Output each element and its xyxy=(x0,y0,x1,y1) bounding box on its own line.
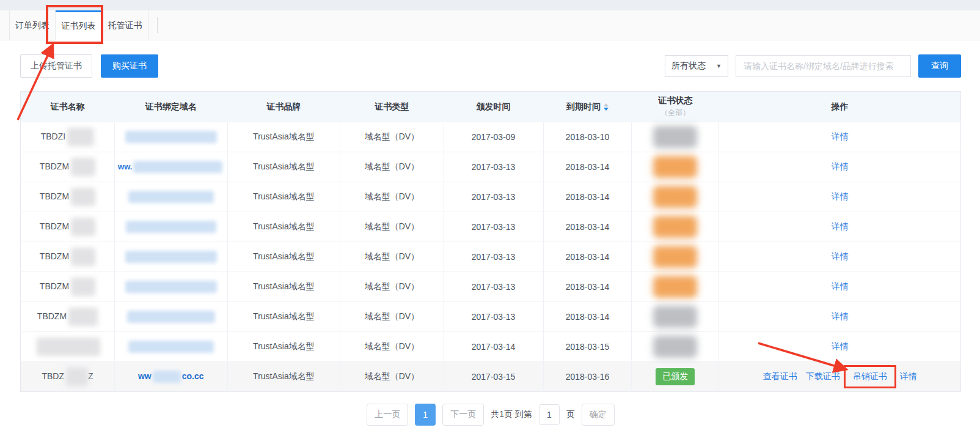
details-link[interactable]: 详情 xyxy=(832,281,849,291)
issued-date-cell: 2017-03-13 xyxy=(444,302,543,332)
tab-hosted-certs[interactable]: 托管证书 xyxy=(102,10,148,40)
redacted-domain-blur xyxy=(153,371,181,383)
bound-domain-cell xyxy=(114,332,227,362)
cert-type-cell: 域名型（DV） xyxy=(340,242,444,272)
table-row: TBDZMTrustAsia域名型域名型（DV）2017-03-132018-0… xyxy=(21,212,961,242)
col-header-issued: 颁发时间 xyxy=(444,92,543,122)
view-cert-link[interactable]: 查看证书 xyxy=(763,371,797,381)
cert-name-text: TBDZI xyxy=(41,131,65,141)
details-link[interactable]: 详情 xyxy=(900,371,917,381)
next-page-button[interactable]: 下一页 xyxy=(442,404,484,426)
cert-table-body: TBDZITrustAsia域名型域名型（DV）2017-03-092018-0… xyxy=(21,122,961,392)
col-header-cert-name: 证书名称 xyxy=(21,92,115,122)
cert-name-text: TBDZM xyxy=(37,311,67,321)
query-button[interactable]: 查询 xyxy=(918,54,961,78)
cert-name-text: TBDZM xyxy=(40,251,69,261)
current-page-button[interactable]: 1 xyxy=(415,404,436,426)
actions-cell: 查看证书下载证书吊销证书详情 xyxy=(719,362,961,392)
cert-type-cell: 域名型（DV） xyxy=(340,152,444,182)
actions-cell: 详情 xyxy=(719,302,961,332)
content-area: 上传托管证书 购买证书 所有状态 ▼ 查询 证书名称 证书绑定域名 证书品牌 证… xyxy=(0,54,980,426)
expiry-date-cell: 2018-03-14 xyxy=(543,242,632,272)
expiry-date-cell: 2018-03-16 xyxy=(543,362,632,392)
status-filter-all-label: （全部） xyxy=(632,108,719,118)
cert-table: 证书名称 证书绑定域名 证书品牌 证书类型 颁发时间 到期时间 证书状态 （全部… xyxy=(20,91,961,392)
bound-domain-cell xyxy=(114,182,227,212)
details-link[interactable]: 详情 xyxy=(832,191,849,201)
details-link[interactable]: 详情 xyxy=(832,251,849,261)
brand-cell: TrustAsia域名型 xyxy=(227,122,340,152)
details-link[interactable]: 详情 xyxy=(832,131,849,141)
tab-cert-list[interactable]: 证书列表 xyxy=(56,10,102,40)
issued-date-cell: 2017-03-13 xyxy=(444,212,543,242)
bound-domain-cell: ww. xyxy=(114,152,227,182)
status-cell xyxy=(632,212,719,242)
upload-hosted-cert-button[interactable]: 上传托管证书 xyxy=(20,54,92,78)
tab-order-list[interactable]: 订单列表 xyxy=(9,10,56,40)
issued-date-cell: 2017-03-13 xyxy=(444,272,543,302)
cert-name-cell: TBDZZ xyxy=(21,362,115,392)
brand-cell: TrustAsia域名型 xyxy=(227,182,340,212)
status-cell xyxy=(632,152,719,182)
cert-name-text: TBDZM xyxy=(40,281,69,291)
actions-cell: 详情 xyxy=(719,242,961,272)
actions-cell: 详情 xyxy=(719,272,961,302)
cert-type-cell: 域名型（DV） xyxy=(340,182,444,212)
redacted-name-blur xyxy=(68,308,98,326)
col-header-brand: 证书品牌 xyxy=(227,92,340,122)
cert-type-cell: 域名型（DV） xyxy=(340,332,444,362)
status-badge-issued: 已颁发 xyxy=(656,368,695,385)
cert-name-text: TBDZM xyxy=(40,161,69,171)
top-strip xyxy=(0,0,980,10)
redacted-domain-blur xyxy=(128,341,214,353)
prev-page-button[interactable]: 上一页 xyxy=(367,404,408,426)
actions-cell: 详情 xyxy=(719,212,961,242)
bound-domain-cell xyxy=(114,212,227,242)
redacted-name-blur xyxy=(66,368,88,386)
cert-type-cell: 域名型（DV） xyxy=(340,212,444,242)
expiry-date-cell: 2018-03-15 xyxy=(543,332,632,362)
redacted-name-blur xyxy=(71,278,95,296)
table-row: TBDZITrustAsia域名型域名型（DV）2017-03-092018-0… xyxy=(21,122,961,152)
status-cell xyxy=(632,272,719,302)
details-link[interactable]: 详情 xyxy=(832,341,849,351)
cert-type-cell: 域名型（DV） xyxy=(340,302,444,332)
cert-name-cell: TBDZM xyxy=(21,212,115,242)
tab-bar: 订单列表 证书列表 托管证书 xyxy=(0,10,980,40)
cert-name-text: Z xyxy=(88,371,93,381)
search-input[interactable] xyxy=(736,55,911,77)
col-header-expires[interactable]: 到期时间 xyxy=(543,92,632,122)
actions-cell: 详情 xyxy=(719,182,961,212)
cert-name-cell xyxy=(21,332,115,362)
details-link[interactable]: 详情 xyxy=(832,161,849,171)
buy-cert-button[interactable]: 购买证书 xyxy=(101,54,158,78)
redacted-status-blur xyxy=(653,336,697,358)
issued-date-cell: 2017-03-13 xyxy=(444,182,543,212)
actions-cell: 详情 xyxy=(719,122,961,152)
redacted-domain-blur xyxy=(128,191,214,203)
status-cell xyxy=(632,122,719,152)
actions-cell: 详情 xyxy=(719,332,961,362)
details-link[interactable]: 详情 xyxy=(832,221,849,231)
col-header-status-label: 证书状态 xyxy=(632,95,719,106)
status-cell xyxy=(632,242,719,272)
table-row: TBDZMTrustAsia域名型域名型（DV）2017-03-132018-0… xyxy=(21,242,961,272)
details-link[interactable]: 详情 xyxy=(832,311,849,321)
table-row: TBDZZwwco.ccTrustAsia域名型域名型（DV）2017-03-1… xyxy=(21,362,961,392)
toolbar: 上传托管证书 购买证书 所有状态 ▼ 查询 xyxy=(20,54,961,78)
redacted-name-blur xyxy=(71,218,95,236)
confirm-page-button[interactable]: 确定 xyxy=(582,404,615,426)
revoke-cert-link[interactable]: 吊销证书 xyxy=(853,371,887,381)
download-cert-link[interactable]: 下载证书 xyxy=(806,371,840,381)
sort-icon[interactable] xyxy=(604,103,609,111)
cert-name-cell: TBDZM xyxy=(21,272,115,302)
table-header-row: 证书名称 证书绑定域名 证书品牌 证书类型 颁发时间 到期时间 证书状态 （全部… xyxy=(21,92,961,122)
status-cell xyxy=(632,302,719,332)
cert-name-text: TBDZM xyxy=(40,221,69,231)
goto-page-input[interactable] xyxy=(539,404,560,425)
brand-cell: TrustAsia域名型 xyxy=(227,362,340,392)
status-filter-select[interactable]: 所有状态 ▼ xyxy=(665,55,728,77)
table-row: TBDZMTrustAsia域名型域名型（DV）2017-03-132018-0… xyxy=(21,302,961,332)
issued-date-cell: 2017-03-15 xyxy=(444,362,543,392)
domain-text: ww. xyxy=(118,162,132,171)
